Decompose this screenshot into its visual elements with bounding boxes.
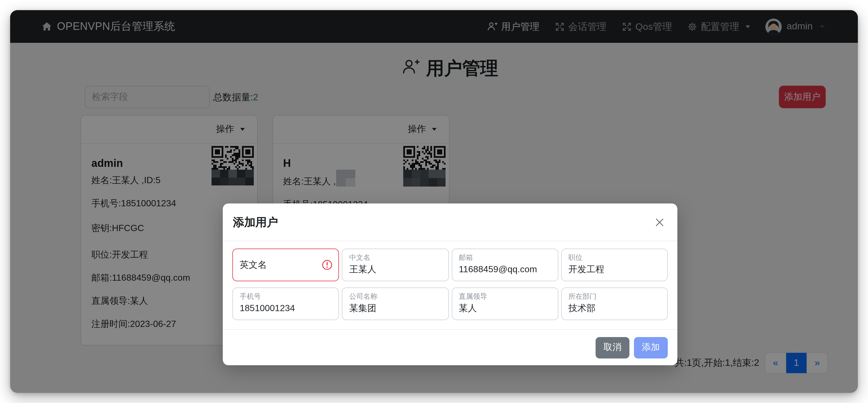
position-field[interactable]: 职位 开发工程 [561,248,668,281]
english-name-placeholder: 英文名 [240,259,267,271]
department-field[interactable]: 所在部门 技术部 [561,288,668,320]
modal-footer: 取消 添加 [223,329,677,365]
screenshot-stage: OPENVPN后台管理系统 用户管理 会话管理 Qos管理 配置管理 [0,0,868,403]
email-field[interactable]: 邮箱 11688459@qq.com [452,248,558,281]
submit-button[interactable]: 添加 [634,337,668,358]
field-row-2: 手机号 18510001234 公司名称 某集团 直属领导 某人 所在部门 技术… [232,288,668,320]
phone-field[interactable]: 手机号 18510001234 [232,288,339,320]
exclamation-circle-icon [322,259,333,271]
modal-body: 英文名 中文名 王某人 邮箱 11688459@qq.com 职位 开发工程 [223,241,677,320]
english-name-field[interactable]: 英文名 [232,248,339,281]
close-button[interactable] [651,214,668,230]
leader-field[interactable]: 直属领导 某人 [452,288,558,320]
modal-title: 添加用户 [233,214,278,230]
app-window: OPENVPN后台管理系统 用户管理 会话管理 Qos管理 配置管理 [10,10,858,393]
company-field[interactable]: 公司名称 某集团 [342,288,449,320]
modal-header: 添加用户 [223,203,677,241]
field-row-1: 英文名 中文名 王某人 邮箱 11688459@qq.com 职位 开发工程 [232,248,668,281]
add-user-modal: 添加用户 英文名 中文名 王某人 邮箱 [223,203,677,365]
close-x-icon [654,221,665,230]
chinese-name-field[interactable]: 中文名 王某人 [342,248,449,281]
cancel-button[interactable]: 取消 [596,337,629,358]
